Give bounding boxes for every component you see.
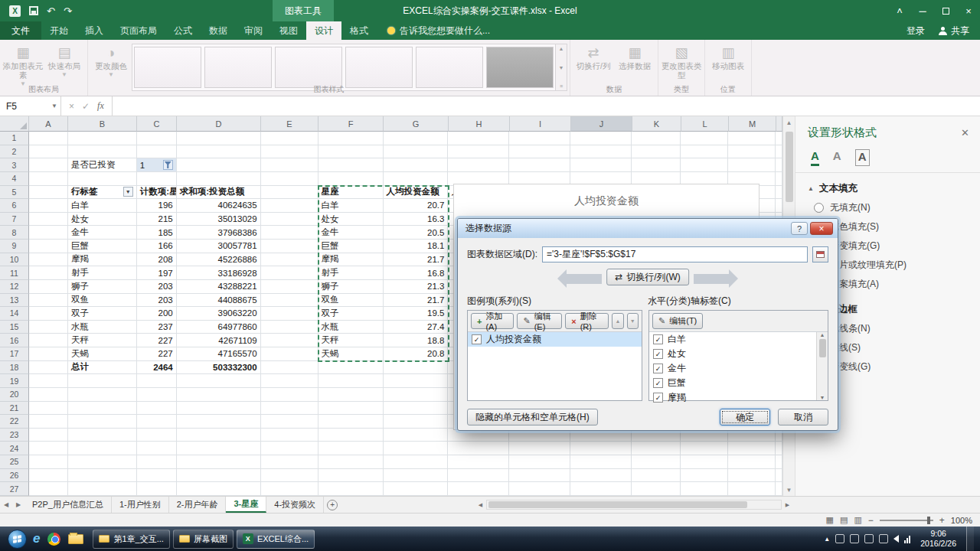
column-header-J[interactable]: J xyxy=(571,116,632,132)
cell-I3[interactable] xyxy=(509,158,570,172)
row-header-4[interactable]: 4 xyxy=(0,172,29,186)
cell-D11[interactable]: 33186928 xyxy=(177,266,261,280)
ribbon-tab-公式[interactable]: 公式 xyxy=(165,21,201,40)
cell-G24[interactable] xyxy=(384,442,449,455)
cell-L25[interactable] xyxy=(681,455,728,469)
cell-B4[interactable] xyxy=(68,172,137,186)
cell-E24[interactable] xyxy=(261,442,318,455)
cell-B21[interactable] xyxy=(68,402,137,416)
cell-K25[interactable] xyxy=(632,455,681,469)
cell-G12[interactable]: 21.3 xyxy=(384,280,449,294)
column-header-C[interactable]: C xyxy=(137,116,177,132)
zoom-out-icon[interactable]: − xyxy=(868,515,874,526)
cell-I24[interactable] xyxy=(509,442,570,455)
cell-G20[interactable] xyxy=(384,388,449,402)
cell-C20[interactable] xyxy=(137,388,177,402)
ribbon-tab-审阅[interactable]: 审阅 xyxy=(236,21,271,40)
cell-C24[interactable] xyxy=(137,442,177,455)
cell-L27[interactable] xyxy=(681,482,728,496)
cell-K24[interactable] xyxy=(632,442,681,455)
style-thumbnail[interactable] xyxy=(134,47,201,88)
radio-icon[interactable] xyxy=(814,203,824,213)
cell-H25[interactable] xyxy=(448,455,509,469)
column-header-G[interactable]: G xyxy=(384,116,449,132)
cell-D5[interactable]: 求和项:投资总额 xyxy=(177,186,261,200)
cancel-button[interactable]: 取消 xyxy=(778,409,828,425)
share-button[interactable]: 共享 xyxy=(939,24,969,37)
cell-E4[interactable] xyxy=(261,172,318,186)
range-picker-button[interactable] xyxy=(812,246,828,262)
cell-H24[interactable] xyxy=(448,442,509,455)
move-chart-button[interactable]: ▥ 移动图表 xyxy=(707,42,749,70)
category-item[interactable]: ✓金牛 xyxy=(649,361,828,376)
name-box-dropdown-icon[interactable]: ▼ xyxy=(48,103,60,109)
cell-J24[interactable] xyxy=(570,442,632,455)
start-button[interactable] xyxy=(8,530,27,549)
series-move-down-button[interactable]: ▼ xyxy=(627,313,639,329)
cell-C26[interactable] xyxy=(137,469,177,483)
ribbon-tab-视图[interactable]: 视图 xyxy=(271,21,306,40)
switch-row-column-button[interactable]: ⇄ 切换行/列 xyxy=(573,42,614,70)
cell-D14[interactable]: 39063220 xyxy=(177,307,261,321)
undo-icon[interactable]: ↶ xyxy=(47,6,55,16)
cell-M24[interactable] xyxy=(728,442,776,455)
cell-M27[interactable] xyxy=(728,482,776,496)
maximize-button[interactable] xyxy=(934,0,957,21)
cell-L24[interactable] xyxy=(681,442,728,455)
cell-A1[interactable] xyxy=(29,132,68,145)
cell-C3[interactable]: 1 xyxy=(137,158,177,172)
cell-D19[interactable] xyxy=(177,374,261,388)
cell-A25[interactable] xyxy=(29,455,68,469)
horizontal-scrollbar[interactable]: ◀ ▶ xyxy=(475,499,793,510)
cell-K2[interactable] xyxy=(632,145,681,159)
column-header-I[interactable]: I xyxy=(510,116,571,132)
cell-F2[interactable] xyxy=(318,145,384,159)
cell-G3[interactable] xyxy=(384,158,449,172)
checkbox-icon[interactable]: ✓ xyxy=(653,393,663,403)
cell-G13[interactable]: 21.7 xyxy=(384,294,449,308)
cell-G8[interactable]: 20.5 xyxy=(384,226,449,240)
cell-F12[interactable]: 狮子 xyxy=(318,280,384,294)
filter-funnel-icon[interactable] xyxy=(163,160,173,170)
cell-A15[interactable] xyxy=(29,321,68,334)
cell-E3[interactable] xyxy=(261,158,318,172)
cell-B12[interactable]: 狮子 xyxy=(68,280,137,294)
cell-K1[interactable] xyxy=(632,132,681,145)
save-icon[interactable] xyxy=(29,6,38,15)
cell-B9[interactable]: 巨蟹 xyxy=(68,240,137,253)
cell-E17[interactable] xyxy=(261,347,318,361)
categories-list[interactable]: ▲▼ ✓白羊✓处女✓金牛✓巨蟹✓摩羯 xyxy=(649,332,828,400)
tray-icon[interactable] xyxy=(879,534,888,543)
row-header-24[interactable]: 24 xyxy=(0,442,29,455)
column-header-M[interactable]: M xyxy=(729,116,776,132)
cell-C10[interactable]: 208 xyxy=(137,253,177,267)
row-header-11[interactable]: 11 xyxy=(0,266,29,280)
cancel-entry-icon[interactable]: × xyxy=(69,101,74,112)
categories-scrollbar[interactable]: ▲▼ xyxy=(816,332,828,400)
cell-E13[interactable] xyxy=(261,294,318,308)
sheet-tab-3-星座[interactable]: 3-星座 xyxy=(226,497,266,513)
cell-D27[interactable] xyxy=(177,482,261,496)
ribbon-tab-页面布局[interactable]: 页面布局 xyxy=(112,21,165,40)
excel-app-icon[interactable]: X xyxy=(9,5,21,17)
cell-G17[interactable]: 20.8 xyxy=(384,347,449,361)
redo-icon[interactable]: ↷ xyxy=(64,6,72,16)
zoom-slider[interactable] xyxy=(880,520,933,521)
cell-C5[interactable]: 计数项:星座 xyxy=(137,186,177,200)
quick-layout-button[interactable]: ▤ 快速布局▼ xyxy=(44,42,85,78)
cell-D15[interactable]: 64977860 xyxy=(177,321,261,334)
style-thumbnail[interactable] xyxy=(416,47,483,88)
ok-button[interactable]: 确定 xyxy=(720,409,770,425)
cell-D23[interactable] xyxy=(177,429,261,442)
ribbon-tab-插入[interactable]: 插入 xyxy=(77,21,112,40)
category-item[interactable]: ✓摩羯 xyxy=(649,390,828,405)
cell-B1[interactable] xyxy=(68,132,137,145)
cell-D3[interactable] xyxy=(177,158,261,172)
cell-G23[interactable] xyxy=(384,429,449,442)
column-header-A[interactable]: A xyxy=(29,116,68,132)
cell-F10[interactable]: 摩羯 xyxy=(318,253,384,267)
cell-L1[interactable] xyxy=(681,132,728,145)
cell-F11[interactable]: 射手 xyxy=(318,266,384,280)
style-thumbnail[interactable] xyxy=(486,47,554,88)
cell-J3[interactable] xyxy=(570,158,632,172)
